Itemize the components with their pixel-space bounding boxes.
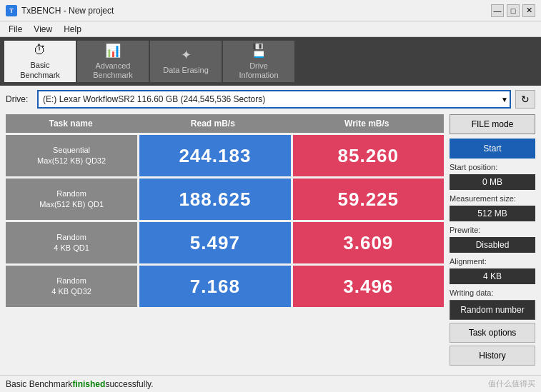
read-value-3: 7.168 (139, 266, 290, 307)
task-name-3: Random4 KB QD32 (6, 266, 137, 307)
task-name-1: RandomMax(512 KB) QD1 (6, 179, 137, 220)
data-erasing-icon: ✦ (181, 47, 192, 63)
start-button[interactable]: Start (450, 139, 535, 159)
table-header: Task name Read mB/s Write mB/s (6, 114, 444, 133)
start-position-label: Start position: (450, 163, 535, 171)
menu-help[interactable]: Help (58, 23, 87, 36)
file-mode-button[interactable]: FILE mode (450, 114, 535, 134)
content-sidebar: Task name Read mB/s Write mB/s Sequentia… (6, 114, 535, 371)
drive-select[interactable]: (E:) Lexar WorkflowSR2 116.60 GB (244,54… (37, 90, 511, 109)
sidebar: FILE mode Start Start position: 0 MB Mea… (450, 114, 535, 371)
status-suffix: successfully. (105, 379, 153, 389)
alignment-value: 4 KB (450, 268, 535, 284)
write-value-3: 3.496 (293, 266, 444, 307)
read-value-1: 188.625 (139, 179, 290, 220)
menu-bar: File View Help (0, 21, 541, 37)
title-bar: T TxBENCH - New project — □ ✕ (0, 0, 541, 21)
task-options-button[interactable]: Task options (450, 323, 535, 343)
header-write: Write mB/s (290, 114, 444, 133)
menu-file[interactable]: File (3, 23, 28, 36)
writing-data-label: Writing data: (450, 288, 535, 297)
write-value-0: 85.260 (293, 135, 444, 176)
drive-select-wrapper: (E:) Lexar WorkflowSR2 116.60 GB (244,54… (37, 90, 511, 109)
drive-row: Drive: (E:) Lexar WorkflowSR2 116.60 GB … (6, 90, 535, 109)
tab-drive-information[interactable]: 💾 DriveInformation (223, 41, 294, 82)
window-controls: — □ ✕ (491, 4, 535, 17)
alignment-label: Alignment: (450, 257, 535, 266)
drive-information-label: DriveInformation (239, 61, 278, 80)
advanced-benchmark-label: AdvancedBenchmark (93, 61, 133, 80)
restore-button[interactable]: □ (507, 4, 520, 17)
status-prefix: Basic Benchmark (6, 379, 72, 389)
drive-label: Drive: (6, 94, 33, 104)
advanced-benchmark-icon: 📊 (105, 43, 121, 59)
header-task: Task name (6, 114, 136, 133)
toolbar: ⏱ BasicBenchmark 📊 AdvancedBenchmark ✦ D… (0, 37, 541, 86)
write-value-2: 3.609 (293, 222, 444, 263)
status-bar: Basic Benchmark finished successfully. 值… (0, 375, 541, 392)
measurement-size-value: 512 MB (450, 206, 535, 221)
prewrite-value: Disabled (450, 237, 535, 253)
writing-data-button[interactable]: Random number (450, 300, 535, 320)
read-value-2: 5.497 (139, 222, 290, 263)
write-value-1: 59.225 (293, 179, 444, 220)
refresh-button[interactable]: ↻ (515, 90, 535, 109)
header-read: Read mB/s (136, 114, 289, 133)
benchmark-table: Task name Read mB/s Write mB/s Sequentia… (6, 114, 444, 371)
start-position-value: 0 MB (450, 174, 535, 190)
status-highlight: finished (72, 379, 105, 389)
main-area: Drive: (E:) Lexar WorkflowSR2 116.60 GB … (0, 86, 541, 375)
table-row: RandomMax(512 KB) QD1 188.625 59.225 (6, 179, 444, 220)
drive-information-icon: 💾 (251, 43, 267, 59)
table-row: Random4 KB QD32 7.168 3.496 (6, 266, 444, 307)
prewrite-label: Prewrite: (450, 226, 535, 234)
task-name-0: SequentialMax(512 KB) QD32 (6, 135, 137, 176)
basic-benchmark-icon: ⏱ (34, 43, 46, 58)
title-bar-text: TxBENCH - New project (21, 6, 491, 16)
history-button[interactable]: History (450, 346, 535, 366)
tab-basic-benchmark[interactable]: ⏱ BasicBenchmark (4, 41, 76, 82)
menu-view[interactable]: View (28, 23, 58, 36)
minimize-button[interactable]: — (491, 4, 504, 17)
basic-benchmark-label: BasicBenchmark (20, 61, 60, 79)
measurement-size-label: Measurement size: (450, 194, 535, 203)
data-erasing-label: Data Erasing (163, 66, 209, 75)
task-name-2: Random4 KB QD1 (6, 222, 137, 263)
app-icon: T (6, 5, 17, 16)
table-row: Random4 KB QD1 5.497 3.609 (6, 222, 444, 263)
tab-advanced-benchmark[interactable]: 📊 AdvancedBenchmark (77, 41, 149, 82)
table-row: SequentialMax(512 KB) QD32 244.183 85.26… (6, 135, 444, 176)
tab-data-erasing[interactable]: ✦ Data Erasing (150, 41, 222, 82)
read-value-0: 244.183 (139, 135, 290, 176)
watermark: 值什么值得买 (488, 378, 535, 389)
close-button[interactable]: ✕ (522, 4, 535, 17)
